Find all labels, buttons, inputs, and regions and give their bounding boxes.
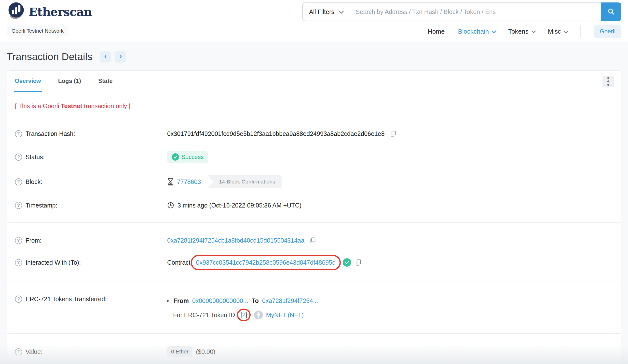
help-icon[interactable]: ?: [15, 130, 22, 137]
erc721-from-label: From: [173, 295, 189, 307]
row-status: ? Status: Success: [15, 151, 613, 163]
tab-overview[interactable]: Overview: [14, 71, 42, 92]
help-icon[interactable]: ?: [15, 259, 22, 266]
transaction-hash-label: Transaction Hash:: [25, 130, 75, 137]
warning-suffix: transaction only ]: [82, 103, 130, 109]
ether-value-badge: 0 Ether: [167, 346, 192, 357]
help-icon[interactable]: ?: [15, 237, 22, 244]
status-badge: Success: [167, 151, 208, 163]
tabs-bar: Overview Logs (1) State: [7, 71, 621, 92]
usd-value: ($0.00): [196, 348, 215, 356]
row-block: ? Block: 7778603 14 Block Confirmations: [15, 175, 613, 188]
erc721-token-id-prefix: For ERC-721 Token ID: [173, 309, 235, 321]
search-icon: [607, 8, 615, 16]
network-selector-button[interactable]: Goerli: [594, 25, 621, 38]
section-divider: [7, 223, 621, 223]
copy-icon[interactable]: [309, 237, 316, 244]
row-erc721-transfers: ? ERC-721 Tokens Transferred: ▸ From 0x0…: [15, 295, 613, 321]
search-filter-label: All Filters: [309, 8, 334, 15]
etherscan-logo-icon: [7, 1, 26, 22]
from-address-link[interactable]: 0xa7281f294f7254cb1a8fbd40cd15d015504314…: [167, 237, 305, 244]
chevron-down-icon: [492, 29, 496, 33]
nav-home-label: Home: [428, 28, 445, 35]
main-content: Transaction Details ‹ › Overview Logs (1…: [0, 42, 628, 364]
token-name-link[interactable]: MyNFT (NFT): [266, 309, 304, 321]
nav-home[interactable]: Home: [428, 28, 445, 35]
chevron-down-icon: [531, 29, 536, 33]
help-icon[interactable]: ?: [15, 296, 22, 303]
brand-name: Etherscan: [29, 5, 92, 19]
timestamp-label: Timestamp:: [25, 202, 58, 209]
annotation-red-circle: [2]: [237, 308, 251, 321]
block-number-link[interactable]: 7778603: [177, 178, 201, 185]
row-transaction-hash: ? Transaction Hash: 0x301791fdf492001fcd…: [15, 129, 613, 139]
testnet-warning: [ This is a Goerli Testnet transaction o…: [15, 103, 613, 110]
next-transaction-button[interactable]: ›: [115, 51, 126, 62]
copy-icon[interactable]: [390, 130, 396, 137]
hourglass-icon: [167, 178, 173, 185]
token-logo-icon: [254, 310, 263, 319]
previous-transaction-button[interactable]: ‹: [100, 51, 111, 62]
section-divider: [7, 333, 621, 334]
chevron-down-icon: [339, 9, 343, 13]
nav-misc-label: Misc: [548, 28, 561, 35]
copy-icon[interactable]: [355, 259, 362, 266]
contract-prefix: Contract: [167, 259, 190, 266]
search-button[interactable]: [601, 2, 621, 21]
nav-misc[interactable]: Misc: [548, 28, 567, 35]
etherscan-logo[interactable]: Etherscan: [7, 1, 92, 22]
from-label: From:: [25, 237, 41, 244]
help-icon[interactable]: ?: [15, 178, 22, 185]
timestamp-value: 3 mins ago (Oct-16-2022 09:05:36 AM +UTC…: [177, 202, 302, 209]
contract-address-link[interactable]: 0x937cc03541cc7942b258c0596e43d047df4869…: [196, 259, 336, 266]
main-nav: Home Blockchain Tokens Misc Goerli: [428, 25, 621, 38]
value-label: Value:: [25, 348, 42, 356]
row-interacted-with: ? Interacted With (To): Contract 0x937cc…: [15, 257, 613, 267]
nav-tokens[interactable]: Tokens: [508, 28, 535, 35]
bracket-open: [: [240, 309, 242, 321]
section-divider: [7, 282, 621, 282]
erc721-from-address-link[interactable]: 0x0000000000000...: [192, 295, 248, 307]
page-title: Transaction Details: [7, 51, 92, 62]
tab-state[interactable]: State: [97, 71, 114, 92]
block-confirmations-badge: 14 Block Confirmations: [208, 175, 282, 188]
nav-blockchain[interactable]: Blockchain: [458, 28, 495, 35]
search-bar: All Filters: [302, 2, 621, 21]
help-icon[interactable]: ?: [15, 202, 22, 209]
warning-prefix: [ This is a Goerli: [15, 103, 61, 109]
chevron-down-icon: [564, 29, 568, 33]
block-label: Block:: [25, 178, 42, 185]
nav-tokens-label: Tokens: [508, 28, 528, 35]
nav-divider: [580, 25, 581, 38]
interacted-with-label: Interacted With (To):: [25, 259, 81, 266]
search-filter-select[interactable]: All Filters: [302, 2, 349, 21]
help-icon[interactable]: ?: [15, 154, 22, 161]
token-id-link[interactable]: 2: [242, 309, 245, 321]
list-marker-icon: ▸: [167, 295, 170, 307]
annotation-red-box: 0x937cc03541cc7942b258c0596e43d047df4869…: [191, 255, 341, 270]
verified-contract-icon: [343, 258, 351, 267]
row-timestamp: ? Timestamp: 3 mins ago (Oct-16-2022 09:…: [15, 200, 613, 210]
warning-bold: Testnet: [61, 103, 82, 109]
network-badge: Goerli Testnet Network: [7, 25, 69, 36]
row-from: ? From: 0xa7281f294f7254cb1a8fbd40cd15d0…: [15, 236, 613, 245]
transaction-hash-value: 0x301791fdf492001fcd9d5e5b12f3aa1bbbea9a…: [167, 130, 385, 137]
success-check-icon: [172, 153, 179, 161]
nav-blockchain-label: Blockchain: [458, 28, 489, 35]
status-label: Status:: [25, 154, 45, 161]
clock-icon: [167, 202, 174, 209]
status-text: Success: [181, 154, 204, 160]
erc721-to-label: To: [252, 295, 259, 307]
erc721-to-address-link[interactable]: 0xa7281f294f7254...: [262, 295, 318, 307]
row-value: ? Value: 0 Ether ($0.00): [15, 346, 613, 357]
top-header: Etherscan Goerli Testnet Network All Fil…: [0, 0, 628, 42]
more-options-button[interactable]: [603, 75, 614, 87]
kebab-icon: [607, 77, 609, 79]
tab-logs[interactable]: Logs (1): [57, 71, 82, 92]
transaction-card: Overview Logs (1) State [ This is a Goer…: [7, 70, 621, 364]
bracket-close: ]: [245, 309, 247, 321]
search-input[interactable]: [349, 2, 601, 21]
erc721-label: ERC-721 Tokens Transferred:: [25, 296, 107, 303]
help-icon[interactable]: ?: [15, 348, 22, 356]
